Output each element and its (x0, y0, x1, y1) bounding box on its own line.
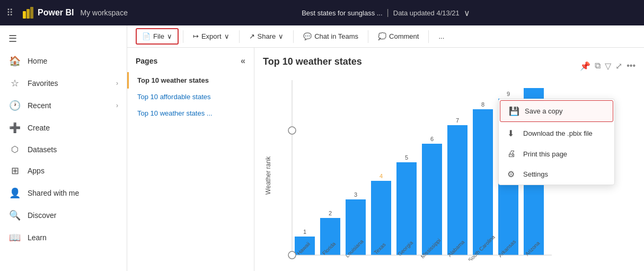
comment-button[interactable]: 💭 Comment (373, 29, 424, 43)
pages-title: Pages (136, 57, 157, 65)
axis-circle-bottom (288, 251, 296, 259)
recent-icon: 🕐 (8, 100, 21, 111)
export-icon: ↦ (193, 32, 199, 40)
y-axis-label: Weather rank (264, 156, 272, 195)
print-icon: 🖨 (507, 149, 518, 159)
sidebar-item-create[interactable]: ➕ Create (0, 117, 127, 139)
share-label: Share (258, 32, 276, 40)
workspace-label[interactable]: My workspace (80, 8, 127, 17)
content-area: 📄 File ∨ ↦ Export ∨ ↗ Share ∨ 💬 Chat in … (127, 25, 644, 271)
sidebar-item-shared[interactable]: 👤 Shared with me (0, 182, 127, 204)
hamburger-button[interactable]: ☰ (0, 28, 127, 50)
sidebar-learn-label: Learn (28, 233, 47, 242)
print-label: Print this page (523, 150, 567, 158)
download-pbix-item[interactable]: ⬇ Download the .pbix file (499, 123, 614, 144)
sidebar-create-label: Create (28, 124, 50, 132)
sidebar-recent-label: Recent (28, 101, 51, 110)
sidebar-nav: ☰ 🏠 Home ☆ Favorites › 🕐 Recent › ➕ Crea… (0, 25, 127, 271)
sidebar-shared-label: Shared with me (28, 189, 79, 197)
report-title: Best states for sunglass ... (302, 9, 382, 17)
chart-title: Top 10 weather states (263, 56, 362, 67)
sidebar-apps-label: Apps (28, 167, 45, 175)
expand-icon[interactable]: ⤢ (615, 61, 622, 71)
svg-rect-1 (27, 9, 30, 19)
apps-icon: ⊞ (8, 165, 21, 177)
chevron-right-icon2: › (116, 102, 118, 109)
sidebar-item-recent[interactable]: 🕐 Recent › (0, 94, 127, 117)
sidebar-item-discover[interactable]: 🔍 Discover (0, 204, 127, 226)
pin-icon[interactable]: 📌 (580, 61, 590, 71)
file-button[interactable]: 📄 File ∨ (136, 28, 179, 45)
settings-label: Settings (523, 170, 548, 178)
sidebar-item-datasets[interactable]: ⬡ Datasets (0, 139, 127, 160)
bar-value-alabama: 7 (456, 117, 459, 124)
export-button[interactable]: ↦ Export ∨ (188, 29, 235, 43)
chat-label: Chat in Teams (314, 32, 358, 40)
file-label: File (153, 32, 164, 40)
bar-value-texas: 4 (380, 173, 383, 179)
separator: | (387, 8, 389, 18)
chart-more-icon[interactable]: ••• (627, 61, 636, 71)
toolbar: 📄 File ∨ ↦ Export ∨ ↗ Share ∨ 💬 Chat in … (127, 25, 644, 48)
more-button[interactable]: ... (433, 29, 449, 43)
bar-southcarolina (473, 109, 493, 255)
file-dropdown-menu: 💾 Save a copy ⬇ Download the .pbix file … (498, 99, 615, 185)
page-1-label: Top 10 weather states (137, 76, 209, 84)
sidebar-favorites-label: Favorites (28, 79, 58, 88)
more-icon: ... (438, 32, 444, 40)
bar-alabama (447, 125, 467, 255)
export-label: Export (201, 32, 222, 40)
file-icon: 📄 (142, 32, 151, 40)
bar-value-arkansas: 9 (507, 91, 510, 97)
collapse-pages-button[interactable]: « (241, 56, 245, 66)
bar-value-georgia: 5 (405, 154, 408, 161)
svg-rect-2 (30, 7, 33, 19)
page-item-3[interactable]: Top 10 weather states ... (127, 105, 254, 121)
bar-value-mississippi: 6 (430, 136, 434, 142)
sidebar-item-home[interactable]: 🏠 Home (0, 50, 127, 72)
sidebar-item-apps[interactable]: ⊞ Apps (0, 160, 127, 182)
create-icon: ➕ (8, 122, 21, 134)
chat-in-teams-button[interactable]: 💬 Chat in Teams (298, 29, 364, 43)
bar-value-florida: 2 (329, 210, 332, 216)
download-icon: ⬇ (507, 128, 518, 138)
bar-value-southcarolina: 8 (481, 101, 484, 108)
toolbar-separator4 (368, 30, 368, 43)
pages-header: Pages « (127, 54, 254, 72)
filter-icon[interactable]: ▽ (605, 61, 611, 71)
pages-panel: Pages « Top 10 weather states Top 10 aff… (127, 48, 254, 271)
learn-icon: 📖 (8, 232, 21, 243)
bar-mississippi (422, 144, 442, 255)
save-copy-item[interactable]: 💾 Save a copy (500, 100, 613, 122)
download-label: Download the .pbix file (523, 129, 593, 137)
share-button[interactable]: ↗ Share ∨ (244, 29, 289, 43)
page-2-label: Top 10 affordable states (137, 93, 211, 101)
duplicate-icon[interactable]: ⧉ (595, 61, 601, 71)
settings-icon: ⚙ (507, 169, 518, 179)
save-copy-icon: 💾 (509, 106, 519, 116)
export-chevron-icon: ∨ (224, 32, 230, 40)
svg-rect-0 (23, 11, 26, 19)
file-chevron-icon: ∨ (167, 32, 172, 40)
datasets-icon: ⬡ (8, 144, 21, 154)
report-area: Pages « Top 10 weather states Top 10 aff… (127, 48, 644, 271)
toolbar-separator2 (239, 30, 240, 43)
toolbar-separator (183, 30, 183, 43)
axis-circle-top (288, 127, 296, 134)
sidebar-item-favorites[interactable]: ☆ Favorites › (0, 72, 127, 94)
sidebar-datasets-label: Datasets (28, 145, 57, 154)
print-page-item[interactable]: 🖨 Print this page (499, 144, 614, 164)
page-item-1[interactable]: Top 10 weather states (127, 72, 254, 89)
chevron-down-icon[interactable]: ∨ (464, 8, 470, 18)
sidebar-item-learn[interactable]: 📖 Learn (0, 226, 127, 249)
page-item-2[interactable]: Top 10 affordable states (127, 89, 254, 105)
toolbar-separator5 (428, 30, 429, 43)
home-icon: 🏠 (8, 55, 21, 67)
share-icon: ↗ (249, 32, 255, 40)
save-copy-label: Save a copy (525, 107, 563, 115)
share-chevron-icon: ∨ (278, 32, 284, 40)
data-updated: Data updated 4/13/21 (393, 9, 460, 17)
grid-dots-icon: ⠿ (6, 7, 13, 19)
page-3-label: Top 10 weather states ... (137, 109, 213, 117)
settings-item[interactable]: ⚙ Settings (499, 164, 614, 185)
